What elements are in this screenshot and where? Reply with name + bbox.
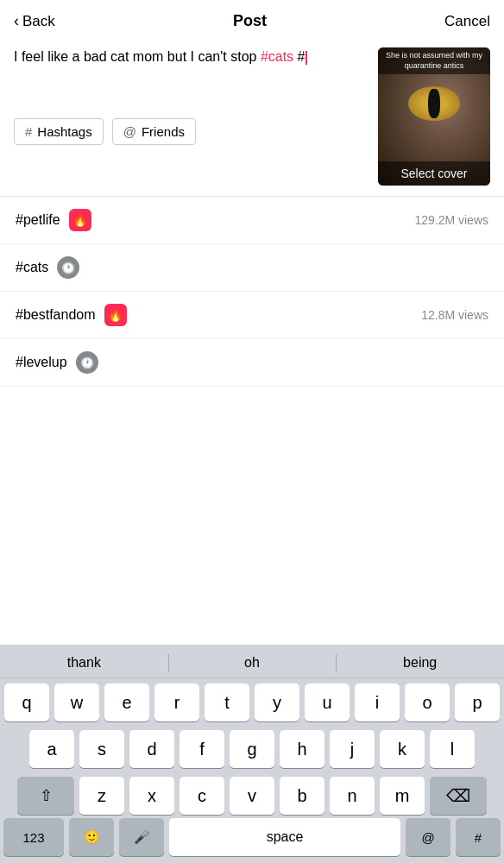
hashtags-button[interactable]: # Hashtags xyxy=(14,118,104,145)
hashtag-cats-text: #cats xyxy=(261,49,293,64)
post-area: I feel like a bad cat mom but I can't st… xyxy=(0,39,504,196)
list-item[interactable]: #petlife 🔥 129.2M views xyxy=(0,197,504,244)
emoji-icon: 🙂 xyxy=(84,829,100,845)
key-h[interactable]: h xyxy=(280,730,324,768)
key-r[interactable]: r xyxy=(154,683,199,721)
key-v[interactable]: v xyxy=(230,777,274,815)
key-w[interactable]: w xyxy=(54,683,99,721)
shift-key[interactable]: ⇧ xyxy=(17,777,74,815)
key-l[interactable]: l xyxy=(430,730,475,768)
key-hash[interactable]: # xyxy=(456,818,501,856)
back-chevron-icon: ‹ xyxy=(14,12,19,30)
key-x[interactable]: x xyxy=(129,777,174,815)
list-item[interactable]: #bestfandom 🔥 12.8M views xyxy=(0,292,504,339)
key-y[interactable]: y xyxy=(255,683,299,721)
hashtag-suggestions-list: #petlife 🔥 129.2M views #cats 🕐 #bestfan… xyxy=(0,197,504,387)
friends-label: Friends xyxy=(142,124,185,139)
hashtag-name: #cats xyxy=(16,260,48,275)
cat-eye xyxy=(408,86,460,121)
key-123[interactable]: 123 xyxy=(3,818,64,856)
recent-badge: 🕐 xyxy=(76,351,98,374)
hashtag-icon: # xyxy=(25,124,32,139)
key-z[interactable]: z xyxy=(79,777,124,815)
hashtag-name: #levelup xyxy=(16,355,67,370)
post-text-section: I feel like a bad cat mom but I can't st… xyxy=(14,47,368,145)
key-m[interactable]: m xyxy=(380,777,425,815)
hashtag-views: 129.2M views xyxy=(414,213,488,227)
hashtag-item-left: #levelup 🕐 xyxy=(16,351,98,374)
key-e[interactable]: e xyxy=(104,683,149,721)
keyboard-row-2: a s d f g h j k l xyxy=(3,730,501,768)
friends-button[interactable]: @ Friends xyxy=(112,118,196,145)
suggestion-being[interactable]: being xyxy=(336,652,504,674)
key-f[interactable]: f xyxy=(180,730,224,768)
hashtag-name: #bestfandom xyxy=(16,307,96,323)
trending-badge: 🔥 xyxy=(69,209,91,231)
key-k[interactable]: k xyxy=(380,730,425,768)
list-item[interactable]: #cats 🕐 xyxy=(0,244,504,292)
key-n[interactable]: n xyxy=(330,777,375,815)
hashtags-label: Hashtags xyxy=(37,124,91,139)
at-icon: @ xyxy=(123,124,136,139)
key-s[interactable]: s xyxy=(79,730,124,768)
cover-banner-text: She is not assumed with my quarantine an… xyxy=(378,47,490,74)
back-label: Back xyxy=(22,13,55,30)
key-c[interactable]: c xyxy=(180,777,224,815)
hashtag-item-left: #cats 🕐 xyxy=(16,256,79,279)
key-emoji[interactable]: 🙂 xyxy=(69,818,114,856)
key-space[interactable]: space xyxy=(169,818,400,856)
hashtag-name: #petlife xyxy=(16,212,60,228)
keyboard-row-1: q w e r t y u i o p xyxy=(3,683,501,721)
back-button[interactable]: ‹ Back xyxy=(14,12,55,30)
key-j[interactable]: j xyxy=(330,730,375,768)
cover-thumbnail[interactable]: She is not assumed with my quarantine an… xyxy=(378,47,490,186)
delete-key[interactable]: ⌫ xyxy=(430,777,487,815)
cat-pupil xyxy=(428,89,440,118)
key-i[interactable]: i xyxy=(355,683,400,721)
key-p[interactable]: p xyxy=(455,683,500,721)
keyboard-row-3: ⇧ z x c v b n m ⌫ xyxy=(3,777,501,815)
keyboard-suggestions-bar: thank oh being xyxy=(0,645,504,678)
key-a[interactable]: a xyxy=(29,730,74,768)
keyboard: thank oh being q w e r t y u i o p a s d… xyxy=(0,645,504,863)
key-t[interactable]: t xyxy=(205,683,249,721)
hashtag-item-left: #petlife 🔥 xyxy=(16,209,91,231)
key-d[interactable]: d xyxy=(129,730,174,768)
select-cover-label[interactable]: Select cover xyxy=(378,161,490,186)
delete-icon: ⌫ xyxy=(446,785,470,806)
recent-badge: 🕐 xyxy=(57,256,79,279)
suggestion-oh[interactable]: oh xyxy=(168,652,337,674)
microphone-icon: 🎤 xyxy=(134,829,150,845)
key-at[interactable]: @ xyxy=(406,818,450,856)
hashtag-views: 12.8M views xyxy=(421,308,488,322)
key-u[interactable]: u xyxy=(305,683,350,721)
keyboard-rows: q w e r t y u i o p a s d f g h j k l ⇧ xyxy=(0,678,504,818)
shift-icon: ⇧ xyxy=(40,786,53,805)
hashtag-item-left: #bestfandom 🔥 xyxy=(16,304,127,326)
key-o[interactable]: o xyxy=(405,683,450,721)
key-microphone[interactable]: 🎤 xyxy=(119,818,164,856)
text-cursor xyxy=(306,51,307,65)
list-item[interactable]: #levelup 🕐 xyxy=(0,339,504,387)
cancel-button[interactable]: Cancel xyxy=(444,13,490,30)
post-text-before: I feel like a bad cat mom but I can't st… xyxy=(14,49,261,64)
post-text[interactable]: I feel like a bad cat mom but I can't st… xyxy=(14,47,368,66)
key-q[interactable]: q xyxy=(4,683,49,721)
suggestion-thank[interactable]: thank xyxy=(0,652,168,674)
post-action-buttons: # Hashtags @ Friends xyxy=(14,118,368,145)
keyboard-bottom-row: 123 🙂 🎤 space @ # xyxy=(0,818,504,863)
page-title: Post xyxy=(233,12,267,30)
trending-badge: 🔥 xyxy=(104,304,127,326)
header: ‹ Back Post Cancel xyxy=(0,0,504,39)
key-g[interactable]: g xyxy=(230,730,274,768)
key-b[interactable]: b xyxy=(280,777,324,815)
post-text-after: # xyxy=(293,49,305,64)
